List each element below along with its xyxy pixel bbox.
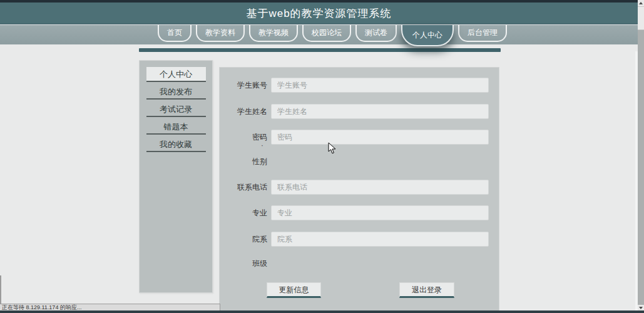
nav-item-label: 首页: [167, 28, 182, 38]
nav-item-campus-forum[interactable]: 校园论坛: [302, 25, 351, 42]
major-input[interactable]: [271, 205, 489, 220]
phone-input[interactable]: [271, 180, 489, 195]
account-input[interactable]: [271, 78, 489, 93]
password-marker-dot: ·: [257, 140, 267, 150]
form-row-gender: 性别: [220, 154, 499, 169]
vertical-scrollbar[interactable]: [638, 0, 644, 313]
form-row-phone: 联系电话: [220, 180, 499, 195]
nav-items: 首页 教学资料 教学视频 校园论坛 测试卷 个人中心 后台管理: [158, 25, 507, 46]
nav-item-admin[interactable]: 后台管理: [458, 25, 507, 42]
scroll-up-button[interactable]: [638, 0, 644, 6]
sidebar-item-my-favorites[interactable]: 我的收藏: [146, 137, 206, 152]
window-bottom-edge: [0, 310, 644, 313]
sidebar-item-my-posts[interactable]: 我的发布: [146, 85, 206, 100]
nav-item-label: 个人中心: [412, 30, 442, 41]
arrow-down-icon: [639, 307, 643, 309]
arrow-up-icon: [639, 2, 643, 4]
sidebar-item-exam-records[interactable]: 考试记录: [146, 102, 206, 117]
update-info-button[interactable]: 更新信息: [267, 282, 321, 298]
nav-item-label: 后台管理: [468, 28, 498, 38]
accent-strip: [139, 48, 501, 52]
account-label: 学生账号: [220, 78, 267, 93]
sidebar: 个人中心 我的发布 考试记录 错题本 我的收藏: [139, 60, 213, 293]
nav-item-home[interactable]: 首页: [158, 25, 192, 42]
browser-viewport: 基于web的教学资源管理系统 首页 教学资料 教学视频 校园论坛 测试卷 个人中…: [0, 0, 644, 313]
main-nav: 首页 教学资料 教学视频 校园论坛 测试卷 个人中心 后台管理: [0, 25, 638, 44]
form-row-class: 班级: [220, 256, 499, 271]
major-label: 专业: [220, 205, 267, 220]
nav-item-label: 教学视频: [258, 28, 289, 38]
nav-item-label: 校园论坛: [312, 28, 342, 38]
nav-item-label: 教学资料: [205, 28, 235, 38]
phone-label: 联系电话: [220, 180, 267, 195]
site-header: 基于web的教学资源管理系统: [0, 3, 638, 24]
name-input[interactable]: [271, 104, 489, 119]
mouse-cursor: [328, 142, 337, 155]
nav-item-teaching-materials[interactable]: 教学资料: [196, 25, 245, 42]
form-row-major: 专业: [220, 205, 499, 220]
scrollbar-thumb[interactable]: [638, 6, 644, 30]
password-input[interactable]: [271, 130, 489, 145]
department-input[interactable]: [271, 232, 489, 247]
department-label: 院系: [220, 232, 267, 247]
form-row-name: 学生姓名: [220, 104, 499, 119]
page-title: 基于web的教学资源管理系统: [0, 3, 638, 24]
class-label: 班级: [220, 256, 267, 271]
gender-label: 性别: [220, 154, 267, 169]
form-row-account: 学生账号: [220, 78, 499, 93]
nav-item-personal-center[interactable]: 个人中心: [401, 25, 454, 46]
nav-item-test-papers[interactable]: 测试卷: [355, 25, 397, 42]
profile-form: 学生账号 学生姓名 密码 · 性别 联系电话 专业 院系 班级: [219, 67, 499, 313]
sidebar-item-wrong-question-book[interactable]: 错题本: [146, 120, 206, 135]
logout-button[interactable]: 退出登录: [399, 282, 454, 298]
nav-item-teaching-videos[interactable]: 教学视频: [249, 25, 298, 42]
nav-item-label: 测试卷: [365, 28, 387, 38]
sidebar-item-personal-center[interactable]: 个人中心: [146, 67, 206, 82]
form-row-department: 院系: [220, 232, 499, 247]
status-text: 正在等待 8.129.11.174 的响应...: [2, 304, 81, 310]
name-label: 学生姓名: [220, 104, 267, 119]
